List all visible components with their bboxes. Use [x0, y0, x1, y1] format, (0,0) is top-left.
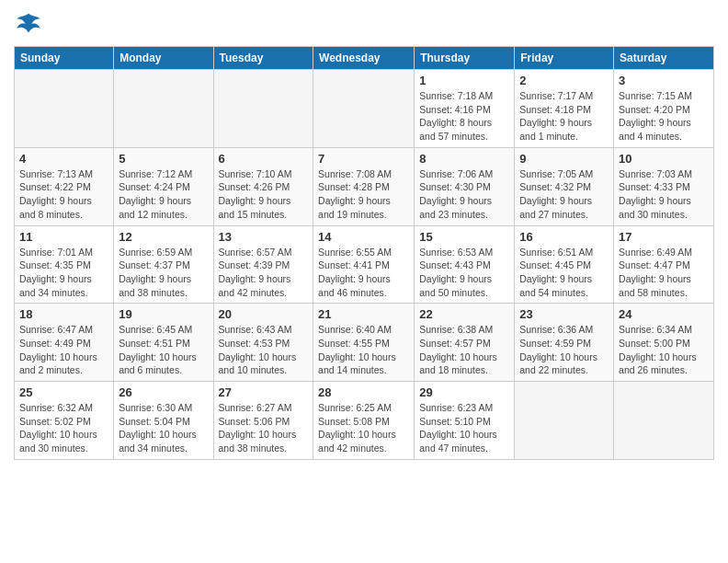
logo — [14, 9, 47, 39]
calendar-cell: 22Sunrise: 6:38 AMSunset: 4:57 PMDayligh… — [415, 304, 515, 382]
logo-icon — [14, 9, 43, 39]
calendar-cell: 16Sunrise: 6:51 AMSunset: 4:45 PMDayligh… — [515, 225, 614, 304]
calendar-cell: 24Sunrise: 6:34 AMSunset: 5:00 PMDayligh… — [614, 304, 714, 382]
day-info: Sunrise: 6:34 AMSunset: 5:00 PMDaylight:… — [619, 323, 709, 377]
day-info: Sunrise: 6:55 AMSunset: 4:41 PMDaylight:… — [318, 246, 409, 300]
day-number: 23 — [519, 307, 609, 321]
calendar-cell: 12Sunrise: 6:59 AMSunset: 4:37 PMDayligh… — [114, 225, 213, 304]
calendar-cell: 3Sunrise: 7:15 AMSunset: 4:20 PMDaylight… — [614, 70, 714, 148]
calendar-cell: 29Sunrise: 6:23 AMSunset: 5:10 PMDayligh… — [415, 382, 515, 460]
day-number: 10 — [619, 152, 709, 166]
calendar-cell: 1Sunrise: 7:18 AMSunset: 4:16 PMDaylight… — [415, 70, 515, 148]
calendar-week-row: 18Sunrise: 6:47 AMSunset: 4:49 PMDayligh… — [15, 304, 714, 382]
calendar-cell: 17Sunrise: 6:49 AMSunset: 4:47 PMDayligh… — [614, 225, 714, 304]
calendar-cell — [614, 382, 714, 460]
day-info: Sunrise: 6:32 AMSunset: 5:02 PMDaylight:… — [19, 401, 108, 455]
day-info: Sunrise: 6:57 AMSunset: 4:39 PMDaylight:… — [219, 246, 309, 300]
day-info: Sunrise: 7:05 AMSunset: 4:32 PMDaylight:… — [519, 167, 609, 222]
calendar-cell: 18Sunrise: 6:47 AMSunset: 4:49 PMDayligh… — [15, 304, 114, 382]
day-number: 19 — [119, 307, 208, 321]
day-number: 14 — [318, 230, 409, 244]
day-number: 16 — [519, 230, 609, 244]
day-number: 11 — [19, 230, 108, 244]
calendar-cell: 4Sunrise: 7:13 AMSunset: 4:22 PMDaylight… — [15, 147, 114, 225]
day-info: Sunrise: 6:23 AMSunset: 5:10 PMDaylight:… — [419, 401, 509, 455]
day-number: 7 — [318, 152, 409, 166]
day-info: Sunrise: 6:25 AMSunset: 5:08 PMDaylight:… — [318, 401, 409, 455]
day-number: 25 — [19, 385, 108, 399]
calendar-week-row: 4Sunrise: 7:13 AMSunset: 4:22 PMDaylight… — [15, 147, 714, 225]
calendar-cell — [114, 70, 213, 148]
calendar-cell: 28Sunrise: 6:25 AMSunset: 5:08 PMDayligh… — [313, 382, 415, 460]
calendar-cell: 20Sunrise: 6:43 AMSunset: 4:53 PMDayligh… — [213, 304, 313, 382]
calendar-cell — [213, 70, 313, 148]
day-number: 18 — [19, 307, 108, 321]
day-number: 26 — [119, 385, 208, 399]
day-info: Sunrise: 7:18 AMSunset: 4:16 PMDaylight:… — [419, 89, 509, 144]
day-info: Sunrise: 7:01 AMSunset: 4:35 PMDaylight:… — [19, 246, 108, 300]
day-info: Sunrise: 7:15 AMSunset: 4:20 PMDaylight:… — [619, 89, 709, 144]
day-info: Sunrise: 6:36 AMSunset: 4:59 PMDaylight:… — [519, 323, 609, 377]
day-number: 6 — [219, 152, 309, 166]
day-info: Sunrise: 6:59 AMSunset: 4:37 PMDaylight:… — [119, 246, 208, 300]
calendar-cell: 5Sunrise: 7:12 AMSunset: 4:24 PMDaylight… — [114, 147, 213, 225]
day-info: Sunrise: 7:13 AMSunset: 4:22 PMDaylight:… — [19, 167, 108, 222]
day-info: Sunrise: 6:51 AMSunset: 4:45 PMDaylight:… — [519, 246, 609, 300]
day-info: Sunrise: 6:27 AMSunset: 5:06 PMDaylight:… — [219, 401, 309, 455]
day-info: Sunrise: 6:43 AMSunset: 4:53 PMDaylight:… — [219, 323, 309, 377]
day-info: Sunrise: 6:53 AMSunset: 4:43 PMDaylight:… — [419, 246, 509, 300]
day-number: 20 — [219, 307, 309, 321]
day-info: Sunrise: 6:38 AMSunset: 4:57 PMDaylight:… — [419, 323, 509, 377]
calendar-cell — [313, 70, 415, 148]
day-number: 22 — [419, 307, 509, 321]
day-info: Sunrise: 6:47 AMSunset: 4:49 PMDaylight:… — [19, 323, 108, 377]
day-number: 21 — [318, 307, 409, 321]
calendar-cell: 25Sunrise: 6:32 AMSunset: 5:02 PMDayligh… — [15, 382, 114, 460]
day-info: Sunrise: 6:30 AMSunset: 5:04 PMDaylight:… — [119, 401, 208, 455]
weekday-header: Friday — [515, 47, 614, 70]
calendar-cell: 23Sunrise: 6:36 AMSunset: 4:59 PMDayligh… — [515, 304, 614, 382]
weekday-header: Monday — [114, 47, 213, 70]
calendar-cell — [15, 70, 114, 148]
calendar-cell: 15Sunrise: 6:53 AMSunset: 4:43 PMDayligh… — [415, 225, 515, 304]
calendar-cell: 19Sunrise: 6:45 AMSunset: 4:51 PMDayligh… — [114, 304, 213, 382]
day-number: 4 — [19, 152, 108, 166]
day-number: 5 — [119, 152, 208, 166]
calendar-cell: 11Sunrise: 7:01 AMSunset: 4:35 PMDayligh… — [15, 225, 114, 304]
day-number: 12 — [119, 230, 208, 244]
calendar-cell: 9Sunrise: 7:05 AMSunset: 4:32 PMDaylight… — [515, 147, 614, 225]
calendar-cell: 6Sunrise: 7:10 AMSunset: 4:26 PMDaylight… — [213, 147, 313, 225]
calendar-cell: 10Sunrise: 7:03 AMSunset: 4:33 PMDayligh… — [614, 147, 714, 225]
day-info: Sunrise: 6:40 AMSunset: 4:55 PMDaylight:… — [318, 323, 409, 377]
day-info: Sunrise: 6:49 AMSunset: 4:47 PMDaylight:… — [619, 246, 709, 300]
day-number: 29 — [419, 385, 509, 399]
calendar-cell: 26Sunrise: 6:30 AMSunset: 5:04 PMDayligh… — [114, 382, 213, 460]
weekday-header: Tuesday — [213, 47, 313, 70]
day-number: 9 — [519, 152, 609, 166]
calendar-cell: 13Sunrise: 6:57 AMSunset: 4:39 PMDayligh… — [213, 225, 313, 304]
day-number: 8 — [419, 152, 509, 166]
day-info: Sunrise: 7:03 AMSunset: 4:33 PMDaylight:… — [619, 167, 709, 222]
calendar-cell — [515, 382, 614, 460]
calendar-table: SundayMondayTuesdayWednesdayThursdayFrid… — [14, 46, 714, 460]
day-number: 17 — [619, 230, 709, 244]
day-number: 24 — [619, 307, 709, 321]
header — [14, 9, 714, 39]
calendar-cell: 2Sunrise: 7:17 AMSunset: 4:18 PMDaylight… — [515, 70, 614, 148]
day-number: 2 — [519, 74, 609, 87]
weekday-header: Saturday — [614, 47, 714, 70]
day-number: 3 — [619, 74, 709, 87]
day-number: 15 — [419, 230, 509, 244]
day-number: 28 — [318, 385, 409, 399]
calendar-week-row: 11Sunrise: 7:01 AMSunset: 4:35 PMDayligh… — [15, 225, 714, 304]
day-info: Sunrise: 7:12 AMSunset: 4:24 PMDaylight:… — [119, 167, 208, 222]
day-number: 27 — [219, 385, 309, 399]
weekday-header: Wednesday — [313, 47, 415, 70]
day-info: Sunrise: 7:10 AMSunset: 4:26 PMDaylight:… — [219, 167, 309, 222]
calendar-week-row: 1Sunrise: 7:18 AMSunset: 4:16 PMDaylight… — [15, 70, 714, 148]
day-info: Sunrise: 7:08 AMSunset: 4:28 PMDaylight:… — [318, 167, 409, 222]
calendar-cell: 21Sunrise: 6:40 AMSunset: 4:55 PMDayligh… — [313, 304, 415, 382]
day-info: Sunrise: 7:06 AMSunset: 4:30 PMDaylight:… — [419, 167, 509, 222]
day-number: 1 — [419, 74, 509, 87]
calendar-cell: 14Sunrise: 6:55 AMSunset: 4:41 PMDayligh… — [313, 225, 415, 304]
